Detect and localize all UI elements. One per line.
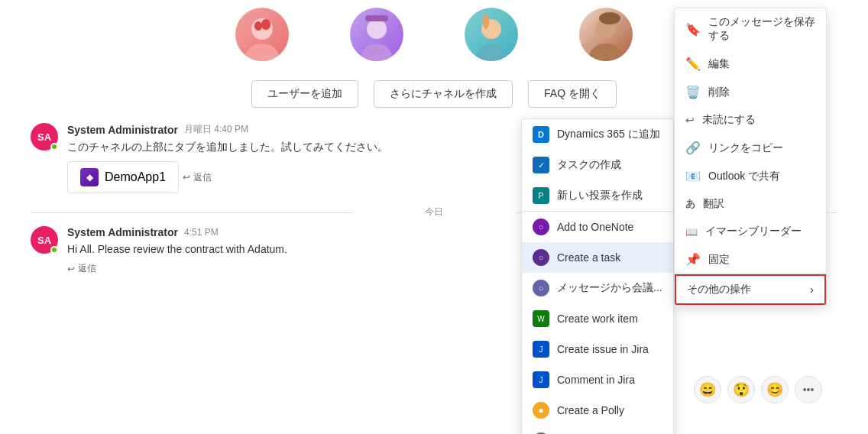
pencil-icon: ✏️	[685, 57, 701, 71]
menu-label-unread: 未読にする	[702, 113, 756, 127]
email-icon: 📧	[685, 169, 701, 183]
menu-item-task-create[interactable]: ✓ タスクの作成	[522, 150, 673, 180]
avatar: SA	[31, 123, 58, 151]
online-indicator-2	[50, 246, 58, 254]
svg-point-5	[361, 44, 392, 61]
menu-item-reader[interactable]: 📖 イマーシブリーダー	[675, 218, 826, 245]
svg-point-4	[367, 19, 387, 39]
svg-point-9	[483, 14, 489, 29]
vote-icon: P	[533, 187, 549, 204]
trash-icon: 🗑️	[685, 85, 701, 99]
reader-icon: 📖	[685, 226, 698, 238]
menu-label-jira-comment: Comment in Jira	[557, 374, 635, 386]
reply-button[interactable]: ↩ 返信	[183, 171, 212, 184]
menu-item-work-item[interactable]: W Create work item	[522, 303, 673, 334]
svg-point-1	[245, 44, 279, 61]
create-channel-button[interactable]: さらにチャネルを作成	[374, 80, 513, 108]
menu-item-translate[interactable]: あ 翻訳	[675, 190, 826, 218]
bookmark-icon: 🔖	[685, 22, 701, 37]
menu-label-jira-issue: Create issue in Jira	[557, 343, 649, 355]
more-emoji-button[interactable]: •••	[795, 376, 822, 403]
menu-label-share-outlook: Outlook で共有	[708, 170, 780, 183]
menu-label-create-task: Create a task	[557, 251, 620, 264]
translate-icon: あ	[685, 197, 695, 211]
jira-issue-icon: J	[533, 341, 549, 358]
menu-item-share-outlook[interactable]: 📧 Outlook で共有	[675, 162, 826, 190]
menu-item-polly[interactable]: ● Create a Polly	[522, 395, 673, 426]
app-name: DemoApp1	[105, 170, 166, 184]
app-card: DemoApp1	[67, 161, 179, 193]
add-user-button[interactable]: ユーザーを追加	[251, 80, 358, 108]
svg-rect-6	[365, 15, 388, 21]
avatar-4	[579, 8, 633, 61]
svg-point-12	[599, 12, 620, 24]
menu-item-vote[interactable]: P 新しい投票を作成	[522, 180, 673, 211]
menu-label-polly: Create a Polly	[557, 404, 624, 416]
work-item-icon: W	[533, 310, 549, 327]
menu-label-delete: 削除	[708, 86, 730, 99]
link-icon: 🔗	[685, 141, 701, 155]
emoji-smile-button[interactable]: 😊	[761, 376, 789, 403]
app-icon	[80, 168, 99, 186]
menu-item-delete[interactable]: 🗑️ 削除	[675, 78, 826, 106]
menu-item-pin[interactable]: 📌 固定	[675, 245, 826, 274]
menu-label-onenote: Add to OneNote	[557, 221, 633, 233]
menu-item-copy-link[interactable]: 🔗 リンクをコピー	[675, 134, 826, 162]
task-icon: ✓	[533, 157, 549, 173]
emoji-wow-button[interactable]: 😲	[727, 376, 755, 403]
menu-label-work-item: Create work item	[557, 313, 638, 325]
online-indicator	[50, 143, 58, 151]
avatar-2nd: SA	[31, 226, 58, 254]
create-task-icon: ○	[533, 249, 549, 266]
menu-item-meeting[interactable]: ○ メッセージから会議...	[522, 273, 673, 303]
message-time: 月曜日 4:40 PM	[184, 123, 248, 136]
unread-icon: ↩	[685, 114, 695, 126]
avatar-1	[235, 8, 289, 61]
jira-comment-icon: J	[533, 371, 549, 388]
svg-point-3	[261, 19, 270, 30]
polly-icon: ●	[533, 402, 549, 419]
emoji-happy-button[interactable]: 😄	[694, 376, 721, 403]
menu-item-dynamics[interactable]: D Dynamics 365 に追加	[522, 119, 673, 150]
context-menu-left: D Dynamics 365 に追加 ✓ タスクの作成 P 新しい投票を作成 ○…	[521, 118, 674, 434]
menu-label-task-create: タスクの作成	[557, 158, 621, 172]
menu-item-jira-comment[interactable]: J Comment in Jira	[522, 364, 673, 395]
menu-item-edit[interactable]: ✏️ 編集	[675, 50, 826, 78]
menu-label-save: このメッセージを保存する	[708, 15, 815, 43]
svg-point-11	[589, 44, 623, 61]
message-time-2: 4:51 PM	[184, 227, 219, 238]
faq-button[interactable]: FAQ を開く	[528, 80, 617, 108]
menu-label-dynamics: Dynamics 365 に追加	[557, 128, 660, 141]
menu-label-edit: 編集	[708, 57, 730, 71]
pin-icon: 📌	[685, 252, 701, 267]
menu-label-copy-link: リンクをコピー	[708, 141, 783, 155]
menu-item-jira-issue[interactable]: J Create issue in Jira	[522, 334, 673, 364]
menu-label-meeting: メッセージから会議...	[557, 281, 662, 295]
sender-name: System Administrator	[67, 124, 178, 136]
avatar-3	[465, 8, 518, 61]
chevron-right-icon: ›	[810, 283, 814, 296]
menu-label-more-actions: その他の操作	[687, 283, 751, 296]
menu-item-create-task[interactable]: ○ Create a task	[522, 242, 673, 273]
menu-label-vote: 新しい投票を作成	[557, 189, 643, 202]
menu-label-translate: 翻訳	[703, 197, 724, 211]
menu-item-new-action[interactable]: + 新規アクションを作...	[522, 426, 673, 434]
context-menu-right: 🔖 このメッセージを保存する ✏️ 編集 🗑️ 削除 ↩ 未読にする 🔗 リンク…	[674, 8, 827, 306]
onenote-icon: ○	[533, 219, 549, 235]
menu-label-reader: イマーシブリーダー	[705, 225, 802, 238]
menu-item-onenote[interactable]: ○ Add to OneNote	[522, 212, 673, 242]
meeting-icon: ○	[533, 280, 549, 296]
emoji-reactions: 😄 😲 😊 •••	[694, 376, 822, 403]
menu-label-pin: 固定	[708, 253, 730, 267]
sender-name-2: System Administrator	[67, 226, 178, 238]
svg-point-8	[476, 44, 507, 61]
menu-item-save[interactable]: 🔖 このメッセージを保存する	[675, 8, 826, 50]
avatar-2	[350, 8, 403, 61]
svg-point-2	[254, 21, 262, 31]
menu-item-unread[interactable]: ↩ 未読にする	[675, 106, 826, 134]
dynamics-icon: D	[533, 126, 549, 143]
menu-item-more-actions[interactable]: その他の操作 ›	[675, 274, 826, 305]
reply-button-2[interactable]: ↩ 返信	[67, 262, 96, 275]
